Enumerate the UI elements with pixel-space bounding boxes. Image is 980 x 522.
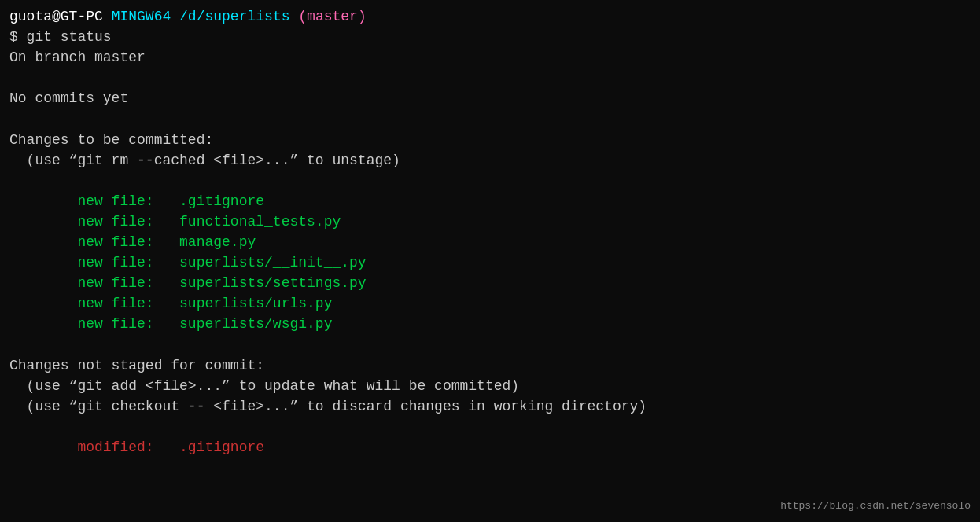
staged-file-3: new file: manage.py: [9, 234, 256, 250]
staged-file-2: new file: functional_tests.py: [9, 214, 341, 230]
output-staged-header: Changes to be committed:: [9, 132, 213, 148]
output-unstaged-header: Changes not staged for commit:: [9, 358, 264, 373]
prompt-shell: MINGW64: [103, 9, 171, 24]
watermark: https://blog.csdn.net/sevensolo: [780, 499, 971, 514]
prompt-branch: (master): [289, 9, 366, 24]
output-no-commits: No commits yet: [9, 90, 128, 106]
prompt-user: guota@GT-PC: [9, 9, 103, 24]
output-branch: On branch master: [9, 50, 146, 65]
output-unstaged-hint-2: (use “git checkout -- <file>...” to disc…: [9, 399, 647, 414]
staged-file-5: new file: superlists/settings.py: [9, 275, 367, 291]
terminal-window: guota@GT-PC MINGW64 /d/superlists (maste…: [0, 0, 980, 522]
staged-file-1: new file: .gitignore: [9, 193, 264, 209]
staged-file-4: new file: superlists/__init__.py: [9, 255, 367, 270]
staged-file-6: new file: superlists/urls.py: [9, 296, 332, 311]
command-line: $ git status: [9, 29, 112, 45]
prompt-path: /d/superlists: [171, 9, 289, 24]
staged-file-7: new file: superlists/wsgi.py: [9, 316, 332, 332]
output-staged-hint: (use “git rm --cached <file>...” to unst…: [9, 153, 400, 168]
output-unstaged-hint-1: (use “git add <file>...” to update what …: [9, 378, 519, 394]
unstaged-file-1: modified: .gitignore: [9, 439, 264, 455]
